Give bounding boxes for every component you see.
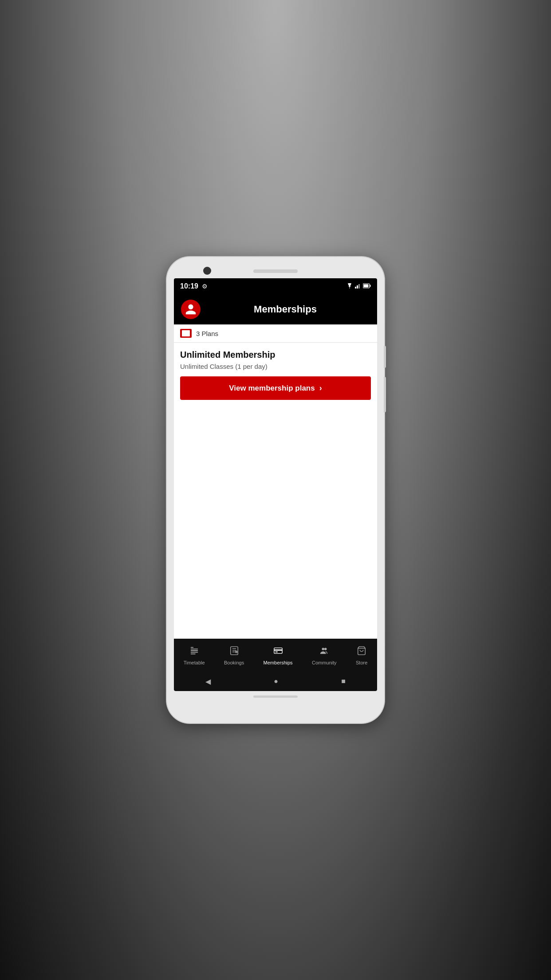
community-icon	[319, 646, 329, 658]
wifi-icon	[346, 283, 353, 290]
nav-memberships-label: Memberships	[264, 660, 293, 665]
bottom-bar	[253, 695, 298, 698]
nav-store[interactable]: Store	[356, 646, 367, 665]
membership-title: Unlimited Membership	[180, 350, 371, 360]
svg-rect-6	[190, 647, 193, 648]
back-button[interactable]: ◀	[205, 677, 211, 686]
svg-rect-15	[275, 652, 278, 652]
svg-rect-1	[357, 285, 358, 288]
nav-store-label: Store	[356, 660, 367, 665]
svg-rect-4	[370, 285, 371, 287]
app-header: Memberships	[174, 294, 377, 324]
recent-button[interactable]: ■	[341, 677, 346, 685]
camera	[203, 267, 211, 275]
membership-subtitle: Unlimited Classes (1 per day)	[180, 363, 371, 370]
svg-rect-14	[274, 649, 282, 651]
avatar[interactable]	[181, 300, 201, 319]
view-membership-plans-button[interactable]: View membership plans ›	[180, 376, 371, 400]
chevron-right-icon: ›	[319, 383, 322, 393]
status-right	[346, 283, 371, 290]
nav-timetable[interactable]: Timetable	[184, 646, 205, 665]
svg-point-17	[324, 648, 327, 651]
side-button-volume-up	[384, 346, 386, 368]
signal-icon	[355, 283, 361, 290]
svg-point-16	[322, 648, 324, 651]
svg-rect-11	[230, 647, 238, 655]
nav-bookings-label: Bookings	[224, 660, 244, 665]
svg-rect-7	[190, 648, 198, 649]
page-title: Memberships	[201, 304, 370, 315]
svg-rect-2	[358, 284, 360, 288]
speaker	[253, 269, 298, 273]
view-plans-label: View membership plans	[229, 384, 315, 393]
android-nav: ◀ ● ■	[174, 672, 377, 691]
membership-card: Unlimited Membership Unlimited Classes (…	[174, 343, 377, 404]
home-button[interactable]: ●	[274, 677, 278, 685]
settings-icon: ⚙	[202, 283, 208, 290]
memberships-nav-icon	[273, 646, 283, 658]
phone-screen: 10:19 ⚙	[174, 278, 377, 691]
status-left: 10:19 ⚙	[180, 282, 208, 290]
svg-rect-9	[190, 652, 198, 653]
timetable-icon	[189, 646, 199, 658]
status-bar: 10:19 ⚙	[174, 278, 377, 294]
nav-memberships[interactable]: Memberships	[264, 646, 293, 665]
bottom-nav: Timetable Bookings	[174, 639, 377, 672]
nav-community[interactable]: Community	[312, 646, 337, 665]
plans-icon	[180, 329, 192, 338]
plans-count-row: 3 Plans	[174, 324, 377, 343]
svg-rect-10	[190, 653, 195, 654]
nav-community-label: Community	[312, 660, 337, 665]
store-icon	[357, 646, 366, 658]
svg-rect-5	[364, 284, 369, 287]
side-button-volume-down	[384, 377, 386, 412]
nav-timetable-label: Timetable	[184, 660, 205, 665]
app-content: 3 Plans Unlimited Membership Unlimited C…	[174, 324, 377, 639]
phone-frame: 10:19 ⚙	[167, 257, 384, 723]
nav-bookings[interactable]: Bookings	[224, 646, 244, 665]
plans-count-label: 3 Plans	[196, 330, 218, 337]
svg-rect-8	[190, 650, 198, 651]
svg-rect-0	[355, 287, 356, 288]
battery-icon	[363, 283, 371, 290]
status-time: 10:19	[180, 282, 198, 290]
bookings-icon	[229, 646, 239, 658]
